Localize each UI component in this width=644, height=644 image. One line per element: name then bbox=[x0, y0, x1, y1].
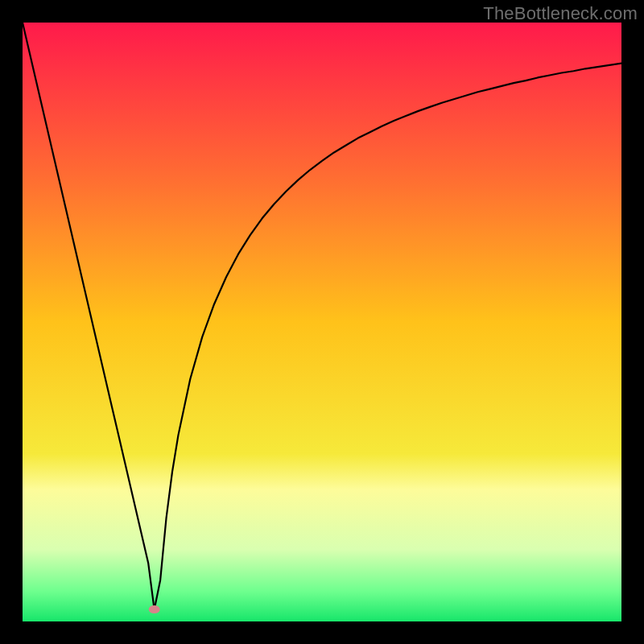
chart-frame bbox=[23, 23, 621, 621]
chart-background bbox=[23, 23, 621, 621]
watermark: TheBottleneck.com bbox=[483, 3, 638, 24]
chart-marker bbox=[149, 605, 160, 613]
chart-plot bbox=[23, 23, 621, 621]
